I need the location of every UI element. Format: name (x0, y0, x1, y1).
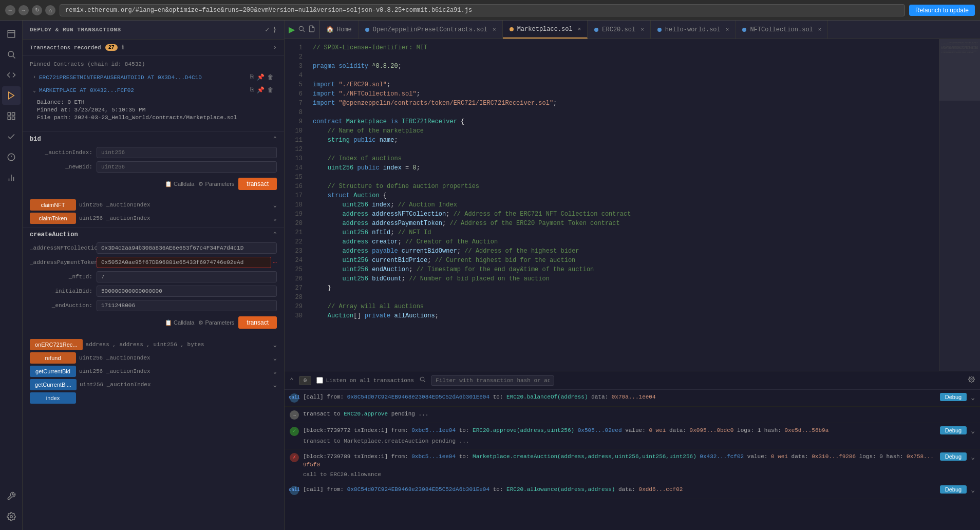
tab-marketplace[interactable]: Marketplace.sol × (503, 21, 588, 39)
claimtoken-param: uint256 _auctionIndex (79, 215, 270, 221)
relaunch-button[interactable]: Relaunch to update (909, 5, 975, 16)
listen-all-transactions-checkbox[interactable] (316, 377, 323, 384)
create-auction-transact-btn[interactable]: transact (238, 316, 277, 329)
contract-actions-marketplace: ⎘ 📌 🗑 (250, 86, 274, 94)
bid-transact-btn[interactable]: transact (238, 178, 277, 190)
delete-icon[interactable]: 🗑 (268, 73, 274, 81)
log-expand-icon-3[interactable]: ⌄ (971, 426, 975, 437)
contract-header-erc721[interactable]: › ERC721PRESETMINTERPAUSERAUTOIID AT 0X3… (30, 71, 277, 83)
bid-param-1-input[interactable] (97, 147, 277, 158)
sidebar-item-debugger[interactable] (2, 148, 21, 166)
sidebar-item-settings[interactable] (2, 507, 21, 526)
check-icon[interactable]: ✓ (265, 26, 269, 34)
claimnft-btn[interactable]: claimNFT (30, 199, 76, 211)
tab-close-hello-world[interactable]: × (726, 27, 729, 33)
file-path-value: File path: 2024-03-23_Hello_World/contra… (37, 115, 237, 121)
log-debug-btn-5[interactable]: Debug (940, 485, 967, 494)
getcurrentbi-btn[interactable]: getCurrentBi... (30, 379, 77, 390)
tab-close-erc20[interactable]: × (640, 27, 644, 33)
bid-param-1-row: _auctionIndex: (30, 147, 277, 158)
sidebar-item-file-explorer[interactable] (2, 25, 21, 43)
error-indicator-icon[interactable]: ⋯ (273, 259, 277, 267)
bid-calldata-btn[interactable]: 📋 Calldata (165, 178, 194, 190)
tab-nftcollection[interactable]: NFTCollection.sol × (736, 21, 828, 39)
tab-home[interactable]: 🏠 Home (320, 21, 359, 39)
bid-param-2-input[interactable] (97, 161, 277, 173)
sidebar-item-analytics[interactable] (2, 168, 21, 187)
tab-close-marketplace[interactable]: × (578, 26, 581, 32)
onerc721-chevron[interactable]: ⌄ (273, 341, 277, 349)
log-debug-btn-3[interactable]: Debug (940, 426, 967, 434)
refresh-button[interactable]: ↻ (32, 5, 42, 15)
tab-close-nftcollection[interactable]: × (818, 27, 822, 33)
calldata-label: Calldata (174, 181, 194, 187)
files-icon-btn[interactable] (308, 25, 315, 34)
delete-icon-2[interactable]: 🗑 (268, 86, 274, 94)
filter-input[interactable] (431, 375, 554, 386)
getcurrentbid-chevron[interactable]: ⌄ (273, 368, 277, 375)
bid-parameters-btn[interactable]: ⚙ Parameters (198, 178, 234, 190)
create-calldata-btn[interactable]: 📋 Calldata (165, 316, 194, 329)
tx-expand-arrow[interactable]: › (273, 44, 277, 51)
create-param-address-nft-label: _addressNFTCollection: (30, 245, 97, 251)
claimtoken-btn[interactable]: claimToken (30, 213, 76, 224)
claimtoken-chevron[interactable]: ⌄ (273, 215, 277, 222)
log-expand-icon-4[interactable]: ⌄ (971, 452, 975, 463)
log-expand-icon-5[interactable]: ⌄ (971, 485, 975, 496)
copy-icon[interactable]: ⎘ (250, 73, 254, 81)
index-btn[interactable]: index (30, 392, 76, 404)
sidebar-item-deploy-run[interactable] (2, 86, 21, 105)
pin-icon[interactable]: 📌 (257, 73, 265, 81)
onerc721-btn[interactable]: onERC721Rec... (30, 339, 83, 350)
home-button[interactable]: ⌂ (45, 5, 55, 15)
log-error-icon-4: ✗ (290, 453, 299, 462)
create-auction-collapse-icon[interactable]: ⌃ (273, 231, 277, 238)
other-functions-section: onERC721Rec... address , address , uint2… (23, 337, 284, 409)
calldata-icon-2: 📋 (165, 319, 172, 326)
sidebar-item-testing[interactable] (2, 127, 21, 146)
console-collapse-icon[interactable]: ⌃ (290, 376, 294, 385)
sidebar-item-compiler[interactable] (2, 66, 21, 84)
sidebar-item-plugin-manager[interactable] (2, 107, 21, 125)
create-param-end-auction-input[interactable] (97, 300, 277, 311)
getcurrentbi-chevron[interactable]: ⌄ (273, 381, 277, 389)
sidebar-item-search[interactable] (2, 45, 21, 64)
url-bar[interactable]: remix.ethereum.org/#lang=en&optimize=fal… (60, 4, 905, 16)
getcurrentbid-btn[interactable]: getCurrentBid (30, 366, 76, 377)
log-debug-btn-1[interactable]: Debug (940, 393, 967, 401)
tx-info-icon[interactable]: ℹ (122, 44, 124, 51)
log-entry-4-header: ✗ [block:7739789 txIndex:1] from: 0xbc5.… (290, 452, 975, 469)
log-expand-icon-1[interactable]: ⌄ (971, 393, 975, 403)
console-search-icon[interactable] (419, 376, 426, 385)
code-content[interactable]: // SPDX-License-Identifier: MIT pragma s… (308, 39, 939, 371)
create-param-initial-bid-input[interactable] (97, 286, 277, 297)
bid-collapse-icon[interactable]: ⌃ (273, 135, 277, 143)
compile-icon-btn[interactable] (298, 25, 305, 34)
log-text-2: transact to ERC20.approve pending ... (303, 410, 975, 419)
console-log: call [call] from: 0x8C54d07C924EB9468e23… (285, 390, 980, 530)
contract-header-marketplace[interactable]: ⌄ MARKETPLACE AT 0X432...FCF02 ⎘ 📌 🗑 (30, 84, 277, 96)
sidebar-item-tools[interactable] (2, 487, 21, 505)
run-button[interactable]: ▶ (289, 25, 295, 34)
tab-erc20[interactable]: ERC20.sol × (588, 21, 650, 39)
console-settings-icon[interactable] (968, 376, 975, 385)
create-param-address-payment-input[interactable] (97, 257, 271, 268)
claimnft-chevron[interactable]: ⌄ (273, 201, 277, 209)
create-param-address-nft-input[interactable] (97, 242, 277, 254)
tab-openzeppelin[interactable]: OpenZeppelinPresetContracts.sol × (359, 21, 503, 39)
back-button[interactable]: ← (5, 5, 15, 15)
refund-btn[interactable]: refund (30, 352, 76, 364)
pin-icon-2[interactable]: 📌 (257, 86, 265, 94)
forward-button[interactable]: → (18, 5, 29, 15)
tab-hello-world[interactable]: hello-world.sol × (651, 21, 736, 39)
refund-chevron[interactable]: ⌄ (273, 354, 277, 362)
copy-icon-2[interactable]: ⎘ (250, 86, 254, 94)
calldata-icon: 📋 (165, 181, 172, 187)
expand-icon[interactable]: ⟩ (273, 26, 277, 34)
contract-name-erc721: ERC721PRESETMINTERPAUSERAUTOIID AT 0X3D4… (39, 74, 247, 81)
create-param-nftid-input[interactable] (97, 271, 277, 282)
left-panel: DEPLOY & RUN TRANSACTIONS ✓ ⟩ Transactio… (23, 21, 285, 530)
create-parameters-btn[interactable]: ⚙ Parameters (198, 316, 234, 329)
tab-close-openzeppelin[interactable]: × (493, 27, 496, 33)
log-debug-btn-4[interactable]: Debug (940, 452, 967, 461)
